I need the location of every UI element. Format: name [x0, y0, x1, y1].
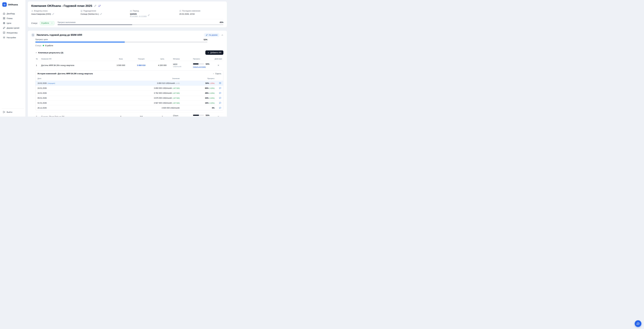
comment-icon[interactable]	[214, 92, 221, 94]
collapse-objective-button[interactable]	[221, 34, 224, 36]
logout-button[interactable]: Выйти	[2, 110, 24, 114]
sidebar-item-dashboard[interactable]: Дашборд	[2, 11, 24, 16]
sidebar-item-label: Инициативы	[7, 32, 18, 34]
plan-last-modified-value: 20.02.2026, 10:53	[179, 13, 194, 15]
history-row: 19.02.2026(текущее) 3 850 010 USD/month(…	[36, 81, 223, 86]
comment-icon[interactable]	[214, 107, 221, 109]
plan-period-value: Q42025	[130, 13, 146, 15]
app-name: OKRsana	[8, 3, 18, 6]
plan-card: Компания OKRsana - Годовой план 2025 Вла…	[28, 1, 227, 27]
plan-last-modified-label: Последнее изменение	[182, 10, 200, 12]
kr-header-actions: Действия	[213, 57, 224, 61]
sidebar-item-settings[interactable]: Настройки	[2, 35, 24, 40]
history-value: 3 500 000 USD/month	[162, 107, 180, 109]
plan-owner-value: Анна Смирнова (CEO)	[31, 13, 51, 15]
show-on-tree-button[interactable]: На дереве	[204, 33, 220, 37]
history-delta: (+10)	[176, 82, 180, 84]
objective-number-badge: 1	[31, 33, 35, 37]
sidebar-item-label: Настройки	[7, 36, 16, 39]
history-progress: 65%	[205, 87, 208, 89]
chevron-down-icon	[51, 22, 53, 24]
history-progress: 49%	[205, 92, 208, 94]
edit-owner-button[interactable]	[52, 13, 54, 15]
kr-current[interactable]: 3.9	[130, 113, 152, 117]
history-header-date: Дата	[38, 78, 71, 79]
kr-actions	[213, 62, 224, 68]
edit-period-button[interactable]	[148, 14, 150, 16]
sidebar-item-label: Дерево Целей	[7, 27, 19, 29]
kr-header-num: №	[35, 57, 40, 61]
calendar-icon	[130, 10, 132, 12]
plan-period-label: Период	[133, 10, 139, 12]
history-header-value: Значение	[71, 78, 180, 79]
comment-icon[interactable]	[214, 87, 221, 89]
history-date: 16.01.2026	[38, 92, 47, 94]
history-date: 26.12.2025	[38, 107, 47, 109]
kr-history-link[interactable]: Скрыть историю	[193, 66, 206, 68]
kr-name: Достичь MRR $4.2M к концу квартала	[40, 62, 112, 69]
history-delta: (+87 500)	[173, 92, 180, 94]
add-kr-button[interactable]: Добавить KR	[205, 50, 224, 55]
delete-kr-icon[interactable]	[218, 116, 219, 117]
logout-icon	[3, 111, 5, 113]
plan-tree-icon[interactable]	[98, 5, 101, 7]
target-icon	[3, 22, 5, 24]
objective-progress-label: Прогресс цели	[35, 38, 48, 41]
kr-num: 1	[35, 62, 40, 69]
delete-kr-icon[interactable]	[218, 64, 219, 66]
history-change: (+16%)	[209, 102, 214, 104]
show-on-tree-label: На дереве	[209, 34, 218, 36]
sidebar: O OKRsana Дашборд Планы Цели Дерево Целе…	[0, 0, 26, 117]
sidebar-item-goal-tree[interactable]: Дерево Целей	[2, 26, 24, 30]
gear-icon	[3, 36, 5, 39]
sidebar-item-goals[interactable]: Цели	[2, 21, 24, 25]
history-progress: 16%	[205, 102, 208, 104]
kr-actions	[213, 113, 224, 117]
tree-icon	[206, 34, 208, 36]
kr-table: № Название KR База Текущее Цель Метрика …	[35, 57, 224, 117]
kr-header-base: База	[112, 57, 130, 61]
logout-label: Выйти	[7, 111, 12, 113]
history-change: (+16%)	[209, 97, 214, 99]
history-row: 16.01.2026 3 762 500 USD/month(+87 500) …	[36, 90, 223, 95]
check-square-icon	[3, 31, 5, 34]
sidebar-item-label: Цели	[7, 22, 11, 24]
sidebar-item-label: Планы	[7, 17, 13, 19]
plan-title: Компания OKRsana - Годовой план 2025	[31, 4, 92, 7]
comment-icon[interactable]	[214, 102, 221, 104]
kr-header-progress: Прогресс	[189, 57, 213, 61]
sidebar-item-initiatives[interactable]: Инициативы	[2, 30, 24, 35]
sidebar-footer: Выйти	[2, 108, 24, 114]
history-value: 3 675 000 USD/month	[154, 97, 172, 99]
history-hide-label: Скрыть	[215, 73, 221, 75]
kr-table-header: № Название KR База Текущее Цель Метрика …	[35, 57, 224, 61]
history-row: 26.12.2025 3 500 000 USD/month 0%	[36, 105, 223, 110]
kr-current[interactable]: 3 850 010	[130, 62, 152, 69]
edit-title-button[interactable]	[94, 5, 96, 7]
kr-name: Снизить Churn Rate до 3%	[40, 113, 112, 117]
comment-add-icon[interactable]	[214, 82, 221, 84]
plan-progress-label: Прогресс выполнения	[58, 21, 76, 23]
kr-target: 3	[152, 113, 172, 117]
comment-icon[interactable]	[214, 97, 221, 99]
plan-status-select[interactable]: В работе	[40, 21, 54, 25]
history-table-header: Дата Значение Прогресс	[36, 76, 223, 81]
plan-progress-percent: 45%	[220, 21, 224, 23]
plan-department: Подразделение Солнце (Solntse Inc.)	[80, 10, 130, 17]
history-row: 02.01.2026 3 587 500 USD/month(+87 500) …	[36, 100, 223, 105]
kr-target: 4 200 000	[152, 62, 172, 69]
history-hide-button[interactable]: Скрыть	[213, 73, 221, 75]
kr-progress-bar	[193, 63, 204, 64]
history-row: 24.01.2026 3 850 000 USD/month(+87 500) …	[36, 86, 223, 90]
kr-section-toggle[interactable]: Ключевые результаты (3)	[35, 52, 63, 54]
plan-department-value: Солнце (Solntse Inc.)	[80, 13, 99, 15]
history-delta: (+87 500)	[173, 97, 180, 99]
sidebar-nav: Дашборд Планы Цели Дерево Целей Инициати…	[2, 11, 24, 40]
history-value: 3 762 500 USD/month	[154, 92, 172, 94]
sidebar-item-plans[interactable]: Планы	[2, 16, 24, 20]
kr-progress: 50% Скрыть историю	[189, 61, 213, 69]
history-change: (-15%)	[210, 82, 214, 84]
edit-department-button[interactable]	[100, 13, 102, 15]
status-dot-icon	[43, 45, 44, 46]
kr-row: 1 Достичь MRR $4.2M к концу квартала 3 5…	[35, 61, 224, 112]
